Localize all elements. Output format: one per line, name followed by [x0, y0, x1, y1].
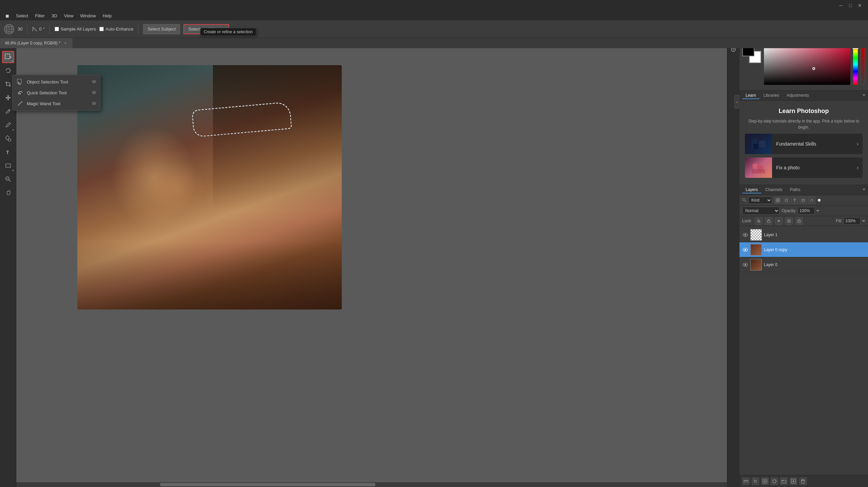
- menu-3d[interactable]: 3D: [49, 13, 60, 19]
- layer-item[interactable]: Layer 0 copy: [739, 242, 868, 257]
- filter-active-indicator: [818, 199, 821, 202]
- learn-panel-menu-icon[interactable]: [863, 94, 865, 97]
- minimize-button[interactable]: ─: [836, 1, 846, 10]
- context-menu-magic-wand[interactable]: Magic Wand Tool W: [13, 98, 100, 109]
- layer-item[interactable]: Layer 1: [739, 227, 868, 242]
- learn-panel-tabs: Learn Libraries Adjustments: [739, 91, 868, 101]
- brush-tool-icon: [5, 121, 12, 128]
- tab-paths[interactable]: Paths: [787, 187, 804, 193]
- brush-size-control: 30: [18, 26, 22, 32]
- main-canvas[interactable]: [77, 65, 342, 310]
- clone-stamp-tool-icon: [5, 135, 12, 142]
- alpha-slider[interactable]: [861, 44, 865, 85]
- layers-kind-filter[interactable]: Kind Name Effect Mode Attribute Color: [748, 196, 772, 204]
- fill-label: Fill:: [836, 219, 842, 223]
- add-group-button[interactable]: [780, 477, 788, 485]
- svg-rect-40: [753, 144, 758, 149]
- hue-slider[interactable]: [853, 44, 858, 85]
- shape-tool[interactable]: [2, 160, 14, 172]
- lock-image-button[interactable]: [765, 217, 772, 225]
- tab-adjustments[interactable]: Adjustments: [783, 92, 812, 99]
- lock-transparent-button[interactable]: [755, 217, 762, 225]
- delete-layer-button[interactable]: [799, 477, 807, 485]
- svg-marker-50: [816, 210, 820, 212]
- svg-point-23: [19, 93, 21, 94]
- link-layers-button[interactable]: [742, 477, 750, 485]
- layers-panel-menu-icon[interactable]: [863, 189, 865, 191]
- menu-view[interactable]: View: [61, 13, 76, 19]
- close-tab-button[interactable]: ×: [63, 41, 68, 45]
- context-menu-quick-selection[interactable]: Quick Selection Tool W: [13, 87, 100, 98]
- layer-visibility-toggle[interactable]: [742, 247, 748, 253]
- text-tool-icon: T: [5, 149, 12, 155]
- fill-stepper-icon: [862, 219, 865, 223]
- menu-select[interactable]: Select: [13, 13, 31, 19]
- filter-adjustment-button[interactable]: [783, 196, 790, 204]
- layer-visibility-toggle[interactable]: [742, 232, 748, 238]
- layers-bottom-toolbar: fx: [739, 475, 868, 487]
- tab-bar: 48.8% (Layer 0 copy, RGB/8) * ×: [0, 38, 868, 48]
- filter-smart-button[interactable]: [808, 196, 815, 204]
- tool-flyout-indicator: [12, 60, 13, 62]
- select-subject-button[interactable]: Select Subject: [143, 24, 180, 34]
- lock-position-button[interactable]: [775, 217, 783, 225]
- lock-label: Lock:: [742, 219, 752, 223]
- options-toolbar: 30 0 ° Sample All Layers Auto-Enhance Se…: [0, 20, 868, 38]
- svg-rect-47: [777, 199, 779, 201]
- add-style-button[interactable]: fx: [752, 477, 759, 485]
- brush-tool[interactable]: [2, 119, 14, 131]
- menu-help[interactable]: Help: [100, 13, 115, 19]
- filter-text-button[interactable]: T: [791, 196, 798, 204]
- layer-visibility-toggle[interactable]: [742, 262, 748, 268]
- tab-layers[interactable]: Layers: [742, 187, 761, 193]
- learn-panel-description: Step-by-step tutorials directly in the a…: [745, 118, 863, 130]
- lock-artboard-button[interactable]: [785, 217, 793, 225]
- fundamental-skills-card[interactable]: Fundamental Skills ›: [745, 134, 863, 154]
- tab-learn[interactable]: Learn: [742, 92, 760, 99]
- collapse-panel-button[interactable]: «: [734, 95, 739, 109]
- clone-stamp-tool[interactable]: [2, 132, 14, 145]
- auto-enhance-checkbox[interactable]: Auto-Enhance: [99, 26, 133, 32]
- tab-libraries[interactable]: Libraries: [760, 92, 783, 99]
- selection-tool-icon: [5, 54, 12, 60]
- horizontal-scrollbar[interactable]: [16, 482, 734, 487]
- context-menu-object-selection[interactable]: Object Selection Tool W: [13, 76, 100, 87]
- blend-mode-select[interactable]: Normal Multiply Screen Overlay: [742, 207, 780, 215]
- fix-photo-card[interactable]: Fix a photo ›: [745, 157, 863, 178]
- angle-symbol: °: [43, 26, 45, 32]
- horizontal-scrollbar-thumb[interactable]: [160, 483, 375, 486]
- svg-rect-51: [757, 220, 758, 221]
- add-mask-button[interactable]: [761, 477, 769, 485]
- hand-tool-icon: [5, 189, 12, 196]
- fill-input[interactable]: [844, 217, 861, 225]
- filter-shape-button[interactable]: [800, 196, 807, 204]
- svg-rect-53: [757, 221, 758, 222]
- opacity-input[interactable]: [798, 207, 815, 214]
- hand-tool[interactable]: [2, 187, 14, 199]
- new-layer-icon: [791, 479, 796, 484]
- fundamental-skills-label: Fundamental Skills: [772, 141, 853, 147]
- maximize-button[interactable]: □: [846, 1, 855, 10]
- tab-channels[interactable]: Channels: [762, 187, 786, 193]
- sample-all-layers-checkbox[interactable]: Sample All Layers: [55, 26, 96, 32]
- text-tool[interactable]: T: [2, 146, 14, 158]
- sample-all-layers-input[interactable]: [55, 27, 59, 31]
- selection-tool[interactable]: [2, 51, 14, 63]
- menu-window[interactable]: Window: [78, 13, 99, 19]
- auto-enhance-input[interactable]: [99, 27, 104, 31]
- lock-all-button[interactable]: [795, 217, 803, 225]
- zoom-tool[interactable]: +: [2, 173, 14, 185]
- menu-filter[interactable]: Filter: [32, 13, 47, 19]
- add-layer-button[interactable]: [790, 477, 797, 485]
- filter-pixel-button[interactable]: [774, 196, 782, 204]
- angle-control: 0 °: [32, 26, 44, 32]
- close-button[interactable]: ✕: [855, 1, 865, 10]
- svg-point-59: [799, 221, 800, 222]
- svg-line-24: [18, 102, 21, 106]
- document-tab[interactable]: 48.8% (Layer 0 copy, RGB/8) * ×: [0, 38, 73, 48]
- object-selection-shortcut: W: [92, 79, 96, 84]
- color-spectrum[interactable]: [764, 44, 850, 85]
- add-adjustment-button[interactable]: [771, 477, 778, 485]
- layer-item[interactable]: Layer 0: [739, 257, 868, 272]
- menu-app-icon[interactable]: ◼: [3, 13, 12, 19]
